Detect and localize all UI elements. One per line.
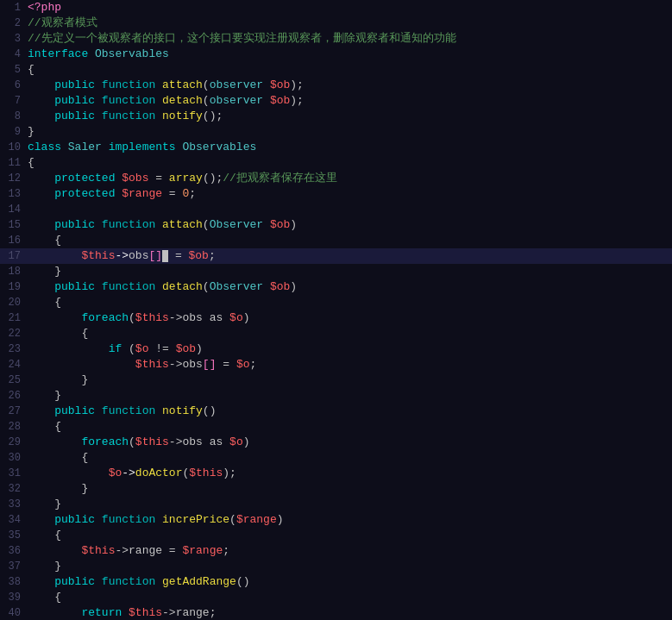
- line-content: }: [28, 373, 669, 388]
- line-number: 17: [3, 248, 28, 264]
- code-line: 21 foreach($this->obs as $o): [0, 310, 672, 326]
- line-number: 31: [3, 466, 28, 481]
- code-line: 39 {: [0, 590, 672, 605]
- code-line: 19 public function detach(Observer $ob): [0, 279, 672, 295]
- line-number: 2: [3, 16, 28, 31]
- line-content: {: [28, 295, 669, 310]
- line-number: 40: [3, 605, 28, 620]
- line-number: 36: [3, 543, 28, 559]
- line-number: 35: [3, 528, 28, 543]
- line-content: public function attach(Observer $ob): [28, 217, 669, 233]
- code-line: 38 public function getAddRange(): [0, 574, 672, 590]
- line-number: 14: [3, 202, 28, 217]
- code-line: 14: [0, 202, 672, 217]
- line-content: }: [28, 388, 669, 404]
- line-number: 6: [3, 78, 28, 93]
- line-content: class Saler implements Observables: [28, 140, 669, 155]
- line-number: 32: [3, 481, 28, 497]
- line-number: 1: [3, 0, 28, 16]
- code-line: 25 }: [0, 373, 672, 388]
- line-number: 37: [3, 559, 28, 574]
- code-line: 5{: [0, 62, 672, 78]
- line-content: }: [28, 559, 669, 574]
- code-line: 36 $this->range = $range;: [0, 543, 672, 559]
- code-line: 24 $this->obs[] = $o;: [0, 357, 672, 373]
- code-line: 37 }: [0, 559, 672, 574]
- line-number: 8: [3, 109, 28, 124]
- line-content: public function increPrice($range): [28, 512, 669, 528]
- code-line: 35 {: [0, 528, 672, 543]
- code-line: 15 public function attach(Observer $ob): [0, 217, 672, 233]
- line-content: {: [28, 155, 669, 171]
- line-content: {: [28, 233, 669, 248]
- line-number: 22: [3, 326, 28, 341]
- code-line: 2//观察者模式: [0, 16, 672, 31]
- line-number: 13: [3, 186, 28, 202]
- line-number: 39: [3, 590, 28, 605]
- line-number: 21: [3, 310, 28, 326]
- code-line: 8 public function notify();: [0, 109, 672, 124]
- line-content: {: [28, 528, 669, 543]
- line-number: 26: [3, 388, 28, 404]
- line-content: public function notify();: [28, 109, 669, 124]
- line-number: 23: [3, 341, 28, 357]
- line-number: 16: [3, 233, 28, 248]
- line-number: 12: [3, 171, 28, 186]
- line-content: $this->obs[] = $ob;: [28, 248, 669, 264]
- line-content: public function getAddRange(): [28, 574, 669, 590]
- code-line: 26 }: [0, 388, 672, 404]
- code-line: 34 public function increPrice($range): [0, 512, 672, 528]
- line-content: }: [28, 481, 669, 497]
- code-line: 22 {: [0, 326, 672, 341]
- code-line: 40 return $this->range;: [0, 605, 672, 620]
- line-content: $this->range = $range;: [28, 543, 669, 559]
- code-line: 9}: [0, 124, 672, 140]
- line-content: public function detach(observer $ob);: [28, 93, 669, 109]
- line-number: 4: [3, 47, 28, 62]
- code-line: 10class Saler implements Observables: [0, 140, 672, 155]
- line-content: }: [28, 497, 669, 512]
- line-number: 30: [3, 450, 28, 466]
- code-line: 30 {: [0, 450, 672, 466]
- code-line: 18 }: [0, 264, 672, 279]
- line-number: 34: [3, 512, 28, 528]
- line-content: foreach($this->obs as $o): [28, 435, 669, 450]
- line-number: 5: [3, 62, 28, 78]
- line-number: 28: [3, 419, 28, 435]
- code-line: 1<?php: [0, 0, 672, 16]
- line-content: <?php: [28, 0, 669, 16]
- line-content: protected $range = 0;: [28, 186, 669, 202]
- line-number: 19: [3, 279, 28, 295]
- line-number: 15: [3, 217, 28, 233]
- code-line: 32 }: [0, 481, 672, 497]
- line-content: }: [28, 264, 669, 279]
- code-line: 20 {: [0, 295, 672, 310]
- line-content: interface Observables: [28, 47, 669, 62]
- code-line: 7 public function detach(observer $ob);: [0, 93, 672, 109]
- line-content: public function attach(observer $ob);: [28, 78, 669, 93]
- line-content: //先定义一个被观察者的接口，这个接口要实现注册观察者，删除观察者和通知的功能: [28, 31, 669, 47]
- line-number: 9: [3, 124, 28, 140]
- line-content: public function notify(): [28, 404, 669, 419]
- code-line: 33 }: [0, 497, 672, 512]
- line-content: {: [28, 62, 669, 78]
- line-number: 11: [3, 155, 28, 171]
- line-content: protected $obs = array();//把观察者保存在这里: [28, 171, 669, 186]
- line-number: 25: [3, 373, 28, 388]
- line-number: 29: [3, 435, 28, 450]
- line-content: {: [28, 419, 669, 435]
- code-line: 11{: [0, 155, 672, 171]
- code-line: 27 public function notify(): [0, 404, 672, 419]
- code-line: 13 protected $range = 0;: [0, 186, 672, 202]
- line-content: {: [28, 326, 669, 341]
- line-number: 24: [3, 357, 28, 373]
- code-line: 29 foreach($this->obs as $o): [0, 435, 672, 450]
- line-content: //观察者模式: [28, 16, 669, 31]
- line-content: $this->obs[] = $o;: [28, 357, 669, 373]
- code-line: 6 public function attach(observer $ob);: [0, 78, 672, 93]
- line-content: foreach($this->obs as $o): [28, 310, 669, 326]
- line-number: 3: [3, 31, 28, 47]
- code-line: 3//先定义一个被观察者的接口，这个接口要实现注册观察者，删除观察者和通知的功能: [0, 31, 672, 47]
- line-content: $o->doActor($this);: [28, 466, 669, 481]
- line-number: 20: [3, 295, 28, 310]
